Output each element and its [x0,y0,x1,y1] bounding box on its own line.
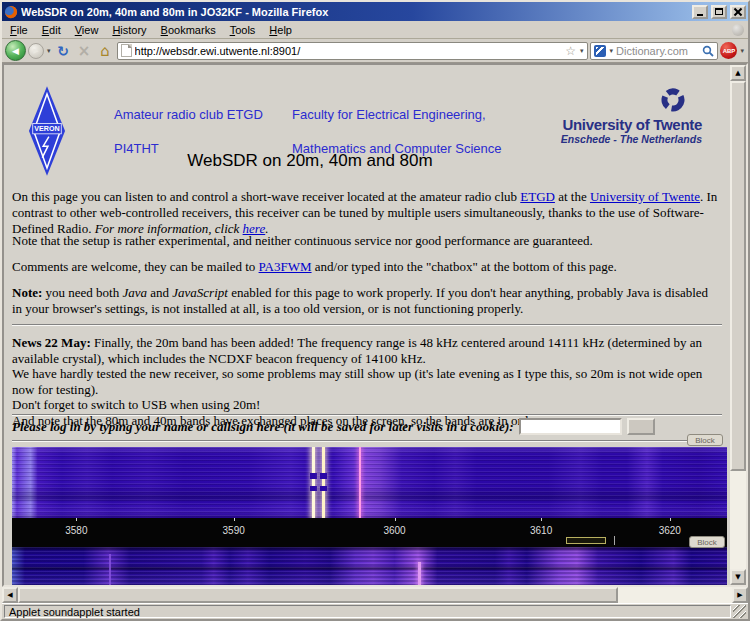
divider [12,440,722,442]
throbber-icon [732,24,744,36]
adblock-plus-icon[interactable]: ABP [720,42,737,59]
carrier-signal [322,447,325,518]
back-button[interactable]: ◀ [5,40,26,61]
menu-edit[interactable]: Edit [35,22,68,38]
intro-text: On this page you can listen to and contr… [12,189,520,204]
bookmark-star-icon[interactable]: ☆ [565,45,576,57]
vertical-scroll-thumb[interactable] [730,81,746,471]
window-title: WebSDR on 20m, 40m and 80m in JO32KF - M… [21,6,689,18]
scroll-left-button[interactable]: ◀ [2,587,18,603]
ut-subtitle: Enschede - The Netherlands [561,133,702,145]
tuning-marker [614,536,615,545]
waterfall-applets: 3580 3590 3600 3610 3620 [12,447,727,585]
java-note-paragraph: Note: you need both Java and JavaScript … [12,285,718,317]
menu-help[interactable]: Help [262,22,299,38]
menu-bookmarks[interactable]: Bookmarks [154,22,223,38]
freq-label: 3580 [65,525,87,536]
club-line1: Amateur radio club ETGD [114,106,263,123]
content-viewport: VERON Amateur radio club ETGD PI4THT Fac… [2,63,748,587]
minimize-icon [697,14,703,16]
maximize-icon [715,8,723,15]
callsign-input[interactable] [519,418,622,435]
status-bar: Applet soundapplet started [2,603,748,619]
page-title: WebSDR on 20m, 40m and 80m [4,151,616,171]
vertical-scrollbar[interactable]: ▲ ▼ [730,65,746,585]
intro-paragraph: On this page you can listen to and contr… [12,189,718,237]
horizontal-scroll-track[interactable] [18,587,732,603]
status-text: Applet soundapplet started [4,605,731,618]
menu-history[interactable]: History [105,22,153,38]
login-button[interactable] [627,418,655,435]
web-page: VERON Amateur radio club ETGD PI4THT Fac… [4,65,730,585]
search-engine-dropdown-icon[interactable]: ▾ [608,47,614,55]
waterfall-40m[interactable] [12,547,727,585]
divider [12,414,722,416]
link-etgd[interactable]: ETGD [520,189,555,204]
horizontal-scroll-thumb[interactable] [18,587,618,603]
menu-view[interactable]: View [68,22,106,38]
link-pa3fwm[interactable]: PA3FWM [259,259,312,274]
carrier-signal [359,447,361,518]
ut-name: University of Twente [561,116,702,133]
browser-window: WebSDR on 20m, 40m and 80m in JO32KF - M… [0,0,750,621]
faculty-line1: Faculty for Electrical Engineering, [292,106,502,123]
ut-swirl-icon [660,87,686,113]
adblock-dropdown-icon[interactable]: ▾ [739,47,745,55]
close-icon [734,8,742,16]
news-date: News 22 May: [12,335,91,350]
history-dropdown-icon[interactable]: ▾ [46,47,52,55]
carrier-signal [312,447,315,518]
resize-grip-icon[interactable] [733,605,746,618]
carrier-signal [109,554,111,585]
home-button[interactable]: ⌂ [96,41,115,61]
forward-button[interactable]: ▶ [28,43,44,59]
link-university-of-twente[interactable]: University of Twente [590,189,700,204]
login-row: Please log in by typing your name or cal… [12,418,655,435]
search-bar[interactable]: ▾ [590,42,718,60]
note-setup-paragraph: Note that the setup is rather experiment… [12,233,718,249]
maximize-button[interactable] [711,5,727,19]
carrier-signal [418,562,421,585]
menu-tools[interactable]: Tools [223,22,263,38]
stop-button[interactable]: × [75,41,94,61]
refresh-button[interactable]: ↻ [54,41,73,61]
menu-file[interactable]: File [3,22,35,38]
search-engine-icon[interactable] [594,45,606,57]
url-dropdown-icon[interactable]: ▾ [579,47,585,55]
title-bar[interactable]: WebSDR on 20m, 40m and 80m in JO32KF - M… [2,2,748,21]
close-button[interactable] [730,5,746,19]
navigation-toolbar: ◀ ▶ ▾ ↻ × ⌂ ☆ ▾ ▾ ABP ▾ [2,39,748,63]
menu-bar: File Edit View History Bookmarks Tools H… [2,21,748,39]
scroll-up-button[interactable]: ▲ [730,65,746,81]
freq-label: 3610 [530,525,552,536]
vertical-scroll-track[interactable] [730,81,746,569]
url-input[interactable] [135,45,563,57]
firefox-icon [4,5,18,19]
university-of-twente-logo: University of Twente Enschede - The Neth… [561,87,702,145]
freq-label: 3620 [659,525,681,536]
freq-label: 3590 [223,525,245,536]
comments-paragraph: Comments are welcome, they can be mailed… [12,259,718,275]
minimize-button[interactable] [692,5,708,19]
login-prompt: Please log in by typing your name or cal… [12,419,514,435]
adblock-block-tab[interactable]: Block [689,536,725,548]
search-input[interactable] [616,45,700,57]
frequency-scale[interactable]: 3580 3590 3600 3610 3620 [12,518,727,547]
veron-logo-text: VERON [34,125,59,133]
horizontal-scrollbar[interactable]: ◀ ▶ [2,587,748,603]
scroll-right-button[interactable]: ▶ [732,587,748,603]
scroll-down-button[interactable]: ▼ [730,569,746,585]
search-icon[interactable] [702,45,714,57]
site-favicon [121,44,132,57]
passband-marker[interactable] [566,537,606,544]
adblock-block-tab[interactable]: Block [687,434,723,446]
waterfall-80m[interactable] [12,447,727,518]
freq-label: 3600 [383,525,405,536]
url-bar[interactable]: ☆ ▾ [117,42,589,60]
divider [12,324,722,326]
